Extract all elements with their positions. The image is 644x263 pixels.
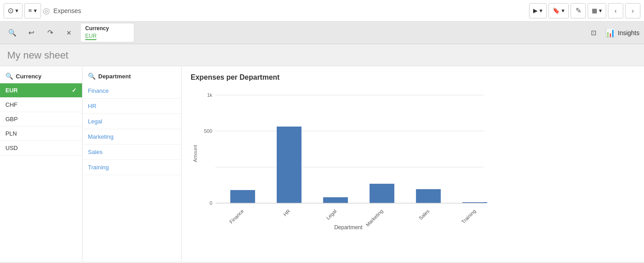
currency-item-eur[interactable]: EUR ✓ xyxy=(0,83,82,98)
top-toolbar: ⊙ ▾ ≡ ▾ ◎ Expenses ▶ ▾ 🔖 ▾ ✎ ▦ ▾ ‹ xyxy=(0,0,644,22)
bar-sales xyxy=(416,189,441,203)
smart-select-icon-btn[interactable]: ⊡ xyxy=(586,25,602,41)
dept-item-finance[interactable]: Finance xyxy=(82,83,181,99)
dept-item-legal[interactable]: Legal xyxy=(82,114,181,129)
filter-search-icon-btn[interactable]: 🔍 xyxy=(5,25,20,41)
svg-text:1k: 1k xyxy=(207,92,212,98)
toolbar-right: ▶ ▾ 🔖 ▾ ✎ ▦ ▾ ‹ › xyxy=(529,3,640,18)
dept-item-marketing[interactable]: Marketing xyxy=(82,129,181,145)
currency-item-chf[interactable]: CHF xyxy=(0,98,82,112)
bookmark-chevron: ▾ xyxy=(562,7,565,14)
currency-panel-header: 🔍 Currency xyxy=(0,71,82,83)
filter-bar: 🔍 ↩ ↷ ✕ Currency EUR ⊡ 📊 Insights xyxy=(0,22,644,44)
svg-text:Legal: Legal xyxy=(325,208,338,221)
chart-title: Expenses per Department xyxy=(191,73,635,82)
svg-text:Department: Department xyxy=(334,224,363,230)
filter-redo-btn[interactable]: ↷ xyxy=(42,25,58,41)
currency-panel-title: Currency xyxy=(16,73,41,80)
svg-text:500: 500 xyxy=(204,128,212,134)
currency-search-icon: 🔍 xyxy=(5,73,13,80)
filter-chip-value: EUR xyxy=(85,33,96,40)
insights-label: Insights xyxy=(618,29,639,36)
currency-label-gbp: GBP xyxy=(5,116,18,122)
currency-label-chf: CHF xyxy=(5,101,18,108)
bar-finance xyxy=(230,190,255,203)
present-button[interactable]: ▶ ▾ xyxy=(529,3,547,18)
nav-back-icon: ‹ xyxy=(615,7,617,14)
currency-label-eur: EUR xyxy=(5,87,18,94)
pencil-button[interactable]: ✎ xyxy=(571,3,586,18)
department-panel-title: Department xyxy=(98,73,131,80)
sheet-title-bar: My new sheet xyxy=(0,44,644,66)
chart-container: 1k 500 0 Amount xyxy=(191,86,635,230)
insights-button[interactable]: 📊 Insights xyxy=(605,28,639,38)
chart-type-icon: ▦ xyxy=(592,7,597,14)
bar-legal xyxy=(323,197,348,203)
currency-item-gbp[interactable]: GBP xyxy=(0,112,82,127)
chart-type-button[interactable]: ▦ ▾ xyxy=(588,3,606,18)
bar-hr xyxy=(277,127,301,203)
bookmark-button[interactable]: 🔖 ▾ xyxy=(548,3,569,18)
sheet-title: My new sheet xyxy=(7,50,637,61)
app-menu-chevron: ▾ xyxy=(15,7,18,14)
svg-text:Finance: Finance xyxy=(228,208,245,224)
chart-type-chevron: ▾ xyxy=(599,7,602,14)
dept-item-hr[interactable]: HR xyxy=(82,99,181,114)
toolbar-left: ⊙ ▾ ≡ ▾ ◎ Expenses xyxy=(4,3,81,18)
currency-label-usd: USD xyxy=(5,145,18,151)
filter-bar-left: 🔍 ↩ ↷ ✕ Currency EUR xyxy=(5,23,134,42)
department-panel-header: 🔍 Department xyxy=(82,71,181,83)
filter-clear-icon: ✕ xyxy=(66,29,72,36)
currency-panel: 🔍 Currency EUR ✓ CHF GBP PLN USD xyxy=(0,66,82,262)
list-menu-button[interactable]: ≡ ▾ xyxy=(24,3,41,18)
list-menu-chevron: ▾ xyxy=(34,7,37,14)
present-icon: ▶ xyxy=(533,7,538,14)
pencil-icon: ✎ xyxy=(575,6,581,15)
app-title-text: Expenses xyxy=(54,7,81,14)
app-menu-button[interactable]: ⊙ ▾ xyxy=(4,3,23,18)
main-content: 🔍 Currency EUR ✓ CHF GBP PLN USD 🔍 xyxy=(0,66,644,262)
currency-list: EUR ✓ CHF GBP PLN USD xyxy=(0,83,82,155)
dept-item-training[interactable]: Training xyxy=(82,160,181,175)
svg-text:Amount: Amount xyxy=(192,145,198,162)
chart-svg: 1k 500 0 Amount xyxy=(191,86,497,230)
department-panel: 🔍 Department Finance HR Legal Marketing … xyxy=(82,66,182,262)
currency-item-pln[interactable]: PLN xyxy=(0,127,82,141)
chart-panel: Expenses per Department 1k 500 0 Amount xyxy=(182,66,644,262)
svg-text:Sales: Sales xyxy=(418,208,430,221)
currency-label-pln: PLN xyxy=(5,130,17,137)
check-icon-eur: ✓ xyxy=(72,87,77,94)
nav-fwd-button[interactable]: › xyxy=(625,3,640,18)
expenses-icon: ◎ xyxy=(43,6,50,16)
department-list: Finance HR Legal Marketing Sales Trainin… xyxy=(82,83,181,175)
svg-text:0: 0 xyxy=(210,200,212,206)
list-icon: ≡ xyxy=(28,7,32,14)
smart-select-icon: ⊡ xyxy=(591,29,597,37)
insights-icon: 📊 xyxy=(605,28,615,38)
filter-bar-right: ⊡ 📊 Insights xyxy=(586,25,639,41)
svg-text:Marketing: Marketing xyxy=(365,208,384,227)
currency-filter-chip[interactable]: Currency EUR xyxy=(80,23,134,42)
app-title: ◎ Expenses xyxy=(43,6,81,16)
filter-redo-icon: ↷ xyxy=(47,28,53,37)
nav-back-button[interactable]: ‹ xyxy=(608,3,623,18)
bar-marketing xyxy=(370,184,394,203)
dept-item-sales[interactable]: Sales xyxy=(82,145,181,160)
svg-text:Training: Training xyxy=(461,208,477,224)
svg-text:HR: HR xyxy=(282,208,291,217)
present-chevron: ▾ xyxy=(539,7,543,14)
filter-undo-icon: ↩ xyxy=(28,28,34,37)
department-search-icon: 🔍 xyxy=(88,73,96,80)
filter-clear-btn[interactable]: ✕ xyxy=(61,25,77,41)
bookmark-icon: 🔖 xyxy=(553,7,560,14)
compass-icon: ⊙ xyxy=(8,6,14,15)
filter-undo-btn[interactable]: ↩ xyxy=(23,25,39,41)
currency-item-usd[interactable]: USD xyxy=(0,141,82,155)
nav-fwd-icon: › xyxy=(632,7,634,14)
filter-chip-title: Currency xyxy=(85,25,129,32)
filter-search-icon: 🔍 xyxy=(8,29,17,37)
